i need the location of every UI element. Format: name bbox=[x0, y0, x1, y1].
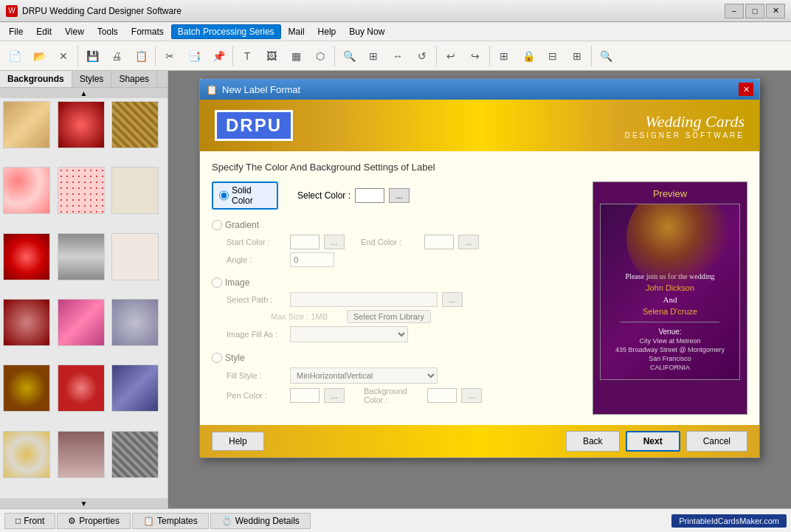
bg-item-9[interactable] bbox=[111, 233, 159, 280]
pen-color-label: Pen Color : bbox=[227, 391, 286, 400]
toolbar-sep-5 bbox=[436, 46, 437, 66]
back-button[interactable]: Back bbox=[566, 431, 620, 452]
solid-color-browse[interactable]: ... bbox=[389, 188, 410, 203]
bg-item-17[interactable] bbox=[58, 431, 105, 478]
menu-help[interactable]: Help bbox=[312, 25, 342, 38]
gradient-section: Gradient Start Color : ... End Color : bbox=[212, 220, 581, 267]
bg-item-16[interactable] bbox=[3, 431, 50, 478]
help-button[interactable]: Help bbox=[212, 432, 264, 451]
toolbar-text[interactable]: T bbox=[235, 44, 259, 68]
tab-backgrounds[interactable]: Backgrounds bbox=[0, 71, 72, 87]
toolbar-close[interactable]: ✕ bbox=[52, 44, 75, 68]
minimize-button[interactable]: − bbox=[725, 4, 744, 18]
bg-item-11[interactable] bbox=[58, 299, 105, 346]
bg-item-15[interactable] bbox=[111, 365, 159, 412]
solid-color-box[interactable] bbox=[355, 188, 384, 203]
tab-wedding-details[interactable]: 💍 Wedding Details bbox=[210, 513, 311, 529]
tab-properties[interactable]: ⚙ Properties bbox=[57, 513, 131, 529]
bg-item-14[interactable] bbox=[58, 365, 105, 412]
menu-batch[interactable]: Batch Processing Series bbox=[171, 24, 281, 39]
toolbar-open[interactable]: 📂 bbox=[27, 44, 51, 68]
tab-shapes[interactable]: Shapes bbox=[111, 71, 157, 87]
toolbar-paste[interactable]: 📌 bbox=[207, 44, 230, 68]
toolbar-flip[interactable]: ↔ bbox=[386, 44, 410, 68]
toolbar-ungroup[interactable]: ⊞ bbox=[565, 44, 589, 68]
bg-item-10[interactable] bbox=[3, 299, 50, 346]
tab-templates[interactable]: 📋 Templates bbox=[132, 513, 209, 529]
menu-edit[interactable]: Edit bbox=[30, 25, 58, 38]
path-input[interactable] bbox=[290, 292, 438, 307]
menu-tools[interactable]: Tools bbox=[91, 25, 124, 38]
menu-buy[interactable]: Buy Now bbox=[343, 25, 390, 38]
toolbar-barcode[interactable]: ▦ bbox=[284, 44, 308, 68]
bg-item-8[interactable] bbox=[58, 233, 105, 280]
bg-item-5[interactable] bbox=[58, 167, 105, 214]
tab-styles[interactable]: Styles bbox=[72, 71, 112, 87]
toolbar-align[interactable]: ⊞ bbox=[362, 44, 385, 68]
fill-style-dropdown[interactable]: MinHorizontalVertical bbox=[290, 367, 438, 384]
pen-color-box[interactable] bbox=[290, 388, 319, 403]
bg-item-6[interactable] bbox=[111, 167, 159, 214]
toolbar-shape[interactable]: ⬡ bbox=[308, 44, 332, 68]
bg-item-2[interactable] bbox=[58, 101, 105, 148]
bg-item-13[interactable] bbox=[3, 365, 50, 412]
path-browse-btn[interactable]: ... bbox=[442, 292, 463, 307]
library-btn[interactable]: Select From Library bbox=[347, 310, 431, 323]
start-color-browse[interactable]: ... bbox=[324, 235, 345, 249]
style-radio[interactable] bbox=[212, 353, 222, 363]
bg-item-7[interactable] bbox=[3, 233, 50, 280]
toolbar-copy[interactable]: 📑 bbox=[182, 44, 206, 68]
gradient-radio[interactable] bbox=[212, 220, 222, 230]
menu-mail[interactable]: Mail bbox=[283, 25, 311, 38]
toolbar-print[interactable]: 🖨 bbox=[105, 44, 128, 68]
toolbar-grid[interactable]: ⊞ bbox=[492, 44, 516, 68]
bg-item-4[interactable] bbox=[3, 167, 50, 214]
maximize-button[interactable]: □ bbox=[745, 4, 764, 18]
scroll-down-button[interactable]: ▼ bbox=[0, 498, 167, 508]
toolbar-image-tool[interactable]: 🖼 bbox=[260, 44, 283, 68]
toolbar-lock[interactable]: 🔒 bbox=[517, 44, 540, 68]
toolbar-rotate[interactable]: ↺ bbox=[410, 44, 434, 68]
toolbar-print2[interactable]: 📋 bbox=[129, 44, 153, 68]
cancel-button[interactable]: Cancel bbox=[686, 431, 747, 452]
next-button[interactable]: Next bbox=[626, 431, 680, 452]
toolbar-group[interactable]: ⊟ bbox=[541, 44, 564, 68]
image-radio[interactable] bbox=[212, 277, 222, 288]
bg-color-browse[interactable]: ... bbox=[461, 388, 482, 403]
pen-color-browse[interactable]: ... bbox=[324, 388, 345, 403]
solid-color-radio[interactable] bbox=[219, 190, 229, 201]
templates-icon: 📋 bbox=[143, 516, 154, 526]
bg-item-3[interactable] bbox=[111, 101, 159, 148]
bg-item-18[interactable] bbox=[111, 431, 159, 478]
scroll-up-button[interactable]: ▲ bbox=[0, 88, 167, 98]
toolbar-new[interactable]: 📄 bbox=[3, 44, 27, 68]
image-radio-label[interactable]: Image bbox=[212, 277, 278, 288]
toolbar-zoom[interactable]: 🔍 bbox=[337, 44, 361, 68]
end-color-browse[interactable]: ... bbox=[458, 235, 479, 249]
background-grid bbox=[0, 98, 167, 498]
bg-item-1[interactable] bbox=[3, 101, 50, 148]
style-radio-label[interactable]: Style bbox=[212, 353, 278, 363]
bg-color-box[interactable] bbox=[427, 388, 457, 403]
menu-formats[interactable]: Formats bbox=[125, 25, 170, 38]
solid-color-label[interactable]: Solid Color bbox=[212, 182, 278, 210]
toolbar-undo[interactable]: ↩ bbox=[439, 44, 463, 68]
toolbar-cut[interactable]: ✂ bbox=[158, 44, 182, 68]
image-fill-dropdown[interactable] bbox=[290, 326, 408, 342]
preview-card: Please join us for the wedding John Dick… bbox=[600, 204, 740, 380]
select-path-row: Select Path : ... bbox=[227, 292, 581, 307]
tab-front[interactable]: □ Front bbox=[4, 513, 55, 529]
toolbar-redo[interactable]: ↪ bbox=[463, 44, 487, 68]
close-button[interactable]: ✕ bbox=[766, 4, 785, 18]
toolbar-save[interactable]: 💾 bbox=[80, 44, 104, 68]
fill-style-label: Fill Style : bbox=[227, 371, 286, 380]
menu-file[interactable]: File bbox=[3, 25, 29, 38]
menu-view[interactable]: View bbox=[59, 25, 90, 38]
gradient-label[interactable]: Gradient bbox=[212, 220, 278, 230]
angle-input[interactable] bbox=[290, 252, 334, 267]
end-color-box[interactable] bbox=[424, 235, 454, 249]
start-color-box[interactable] bbox=[290, 235, 319, 249]
bg-item-12[interactable] bbox=[111, 299, 159, 346]
dialog-close-button[interactable]: ✕ bbox=[739, 83, 753, 96]
toolbar-search[interactable]: 🔍 bbox=[594, 44, 618, 68]
